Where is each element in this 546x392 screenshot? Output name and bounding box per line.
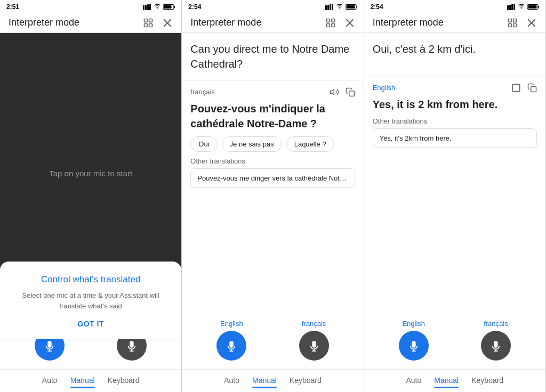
svg-rect-18 xyxy=(325,5,327,10)
close-icon-1[interactable] xyxy=(162,18,173,28)
app-title-3: Interpreter mode xyxy=(373,17,444,28)
chip-jesais[interactable]: Je ne sais pas xyxy=(222,136,282,152)
translated-text-2: Pouvez-vous m'indiquer la cathédrale Not… xyxy=(190,101,355,131)
other-trans-box-2: Pouvez-vous me diriger vers la cathédral… xyxy=(190,168,355,188)
time-2: 2:54 xyxy=(188,3,201,11)
svg-rect-19 xyxy=(327,5,329,10)
svg-rect-2 xyxy=(147,4,149,10)
svg-rect-3 xyxy=(149,4,151,10)
status-bar-1: 2:51 xyxy=(0,0,181,13)
svg-rect-47 xyxy=(513,19,517,22)
svg-rect-20 xyxy=(330,4,331,10)
bottom-nav-1: Auto Manual Keyboard xyxy=(0,369,181,392)
status-icons-2 xyxy=(325,4,357,10)
app-title-2: Interpreter mode xyxy=(190,17,261,28)
app-bar-2: Interpreter mode xyxy=(182,13,363,33)
mic-lang-francais-2: français xyxy=(302,320,326,328)
svg-rect-48 xyxy=(508,23,511,27)
modal-desc-1: Select one mic at a time & your Assistan… xyxy=(11,290,171,311)
nav-keyboard-2[interactable]: Keyboard xyxy=(290,374,322,387)
svg-rect-9 xyxy=(149,19,152,22)
spoken-area-3: Oui, c'est à 2 km d'ici. xyxy=(364,33,545,76)
mic-area-2: English français xyxy=(182,313,363,369)
nav-manual-3[interactable]: Manual xyxy=(434,374,459,387)
nav-auto-1[interactable]: Auto xyxy=(42,374,58,387)
mic-lang-english-3: English xyxy=(402,320,425,328)
svg-rect-41 xyxy=(513,4,515,10)
svg-rect-24 xyxy=(346,5,355,9)
svg-rect-44 xyxy=(528,5,536,9)
svg-rect-10 xyxy=(144,23,148,27)
chip-laquelle[interactable]: Laquelle ? xyxy=(286,136,334,152)
copy-icon-3[interactable] xyxy=(527,83,537,93)
spoken-text-3: Oui, c'est à 2 km d'ici. xyxy=(373,42,537,56)
svg-rect-40 xyxy=(511,4,513,10)
volume-icon-2[interactable] xyxy=(330,87,339,97)
got-it-button-1[interactable]: GOT IT xyxy=(11,320,171,328)
lang-row-3: English xyxy=(373,83,537,93)
app-bar-1: Interpreter mode xyxy=(0,13,181,33)
nav-auto-3[interactable]: Auto xyxy=(406,374,421,387)
expand-icon-1[interactable] xyxy=(143,18,154,28)
mic-row-3: English français xyxy=(373,320,537,361)
mic-button-francais-2[interactable] xyxy=(299,331,329,361)
svg-point-22 xyxy=(339,8,340,9)
translation-result-2: français Pouvez-vous m'indiquer la cathé… xyxy=(182,80,363,194)
svg-rect-1 xyxy=(145,5,147,10)
mic-icon-fr-3 xyxy=(490,339,502,353)
mic-icon-1 xyxy=(44,339,55,353)
svg-rect-11 xyxy=(149,23,152,27)
svg-rect-21 xyxy=(332,4,333,10)
svg-rect-49 xyxy=(513,23,517,27)
mic-icon-2 xyxy=(226,339,237,353)
svg-rect-26 xyxy=(326,19,330,22)
close-icon-3[interactable] xyxy=(526,18,537,28)
nav-auto-2[interactable]: Auto xyxy=(224,374,239,387)
status-bar-3: 2:54 xyxy=(364,0,545,13)
app-bar-3: Interpreter mode xyxy=(364,13,545,33)
dark-text-1: Tap on your mic to start xyxy=(49,169,132,178)
panel-1: 2:51 Interpreter mode Tap on your mic to… xyxy=(0,0,182,392)
modal-title-1: Control what's translated xyxy=(11,274,171,285)
time-3: 2:54 xyxy=(371,3,383,11)
mic-lang-english-2: English xyxy=(220,320,243,328)
spoken-area-2: Can you direct me to Notre Dame Cathedra… xyxy=(182,33,363,80)
svg-rect-29 xyxy=(331,23,334,27)
nav-manual-2[interactable]: Manual xyxy=(252,374,277,387)
expand-icon-3[interactable] xyxy=(507,18,518,28)
status-icons-3 xyxy=(507,4,539,10)
svg-rect-52 xyxy=(512,84,520,92)
copy-icon-2[interactable] xyxy=(346,87,355,97)
mic-col-english-3: English xyxy=(399,320,429,361)
expand-box-icon-3[interactable] xyxy=(511,83,521,93)
svg-point-42 xyxy=(521,8,522,9)
mic-button-english-2[interactable] xyxy=(216,331,246,361)
chip-oui[interactable]: Oui xyxy=(190,136,217,152)
mic-lang-francais-3: français xyxy=(484,320,508,328)
nav-manual-1[interactable]: Manual xyxy=(70,374,95,387)
mic-button-english-3[interactable] xyxy=(399,331,429,361)
svg-rect-33 xyxy=(349,91,354,96)
time-1: 2:51 xyxy=(6,3,19,11)
app-bar-icons-2 xyxy=(325,18,355,28)
lang-row-2: français xyxy=(190,87,355,97)
other-trans-label-3: Other translations xyxy=(373,117,537,125)
mic-col-english-2: English xyxy=(216,320,246,361)
svg-rect-8 xyxy=(144,19,148,22)
modal-card-1: Control what's translated Select one mic… xyxy=(0,262,181,339)
svg-rect-38 xyxy=(507,5,509,10)
svg-rect-46 xyxy=(508,19,511,22)
app-bar-icons-3 xyxy=(507,18,537,28)
close-icon-2[interactable] xyxy=(344,18,355,28)
lang-label-3: English xyxy=(373,84,396,92)
app-title-1: Interpreter mode xyxy=(9,17,79,28)
mic-button-francais-3[interactable] xyxy=(481,331,511,361)
svg-marker-32 xyxy=(330,89,334,95)
translated-text-3: Yes, it is 2 km from here. xyxy=(373,97,537,112)
nav-keyboard-3[interactable]: Keyboard xyxy=(471,374,503,387)
nav-keyboard-1[interactable]: Keyboard xyxy=(108,374,140,387)
svg-rect-0 xyxy=(143,5,144,10)
status-bar-2: 2:54 xyxy=(182,0,363,13)
lang-label-2: français xyxy=(190,88,215,96)
expand-icon-2[interactable] xyxy=(325,18,336,28)
